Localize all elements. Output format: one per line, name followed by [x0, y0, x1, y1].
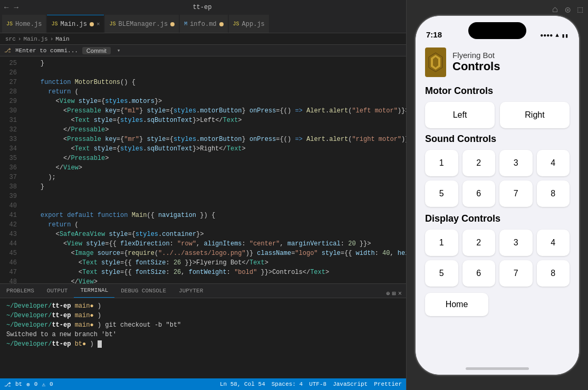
git-branch-icon: ⎇	[4, 381, 11, 388]
terminal-line: Switched to a new branch 'bt'	[6, 330, 400, 339]
app-header: Flyering Bot Controls	[425, 47, 570, 77]
git-bar: ⎇ ⌘Enter to commi... Commit ▾	[0, 45, 406, 56]
forward-icon[interactable]: →	[14, 3, 18, 12]
home-indicator	[416, 363, 579, 375]
terminal-line: ~/Developer/tt-ep main● )	[6, 301, 400, 311]
code-line: </View>	[21, 277, 406, 283]
app-subtitle: Flyering Bot	[452, 51, 500, 60]
commit-input[interactable]: ⌘Enter to commi...	[15, 47, 78, 54]
close-panel-icon[interactable]: ×	[398, 290, 402, 298]
editor-panel: ← → tt-ep JS Home.js JS Main.js × JS BLE…	[0, 0, 406, 390]
display-btn-4[interactable]: 4	[537, 230, 570, 256]
display-btn-8[interactable]: 8	[537, 260, 570, 287]
code-line: return (	[21, 87, 406, 97]
display-btn-7[interactable]: 7	[499, 260, 533, 287]
display-btn-3[interactable]: 3	[499, 230, 533, 256]
phone-home-icon[interactable]: ⌂	[552, 4, 558, 15]
sound-btn-6[interactable]: 6	[462, 180, 496, 207]
sound-btn-5[interactable]: 5	[425, 180, 458, 207]
code-line: <Text style={styles.sqButtonText}>Right<…	[21, 144, 406, 154]
motor-button-row: Left Right	[425, 102, 570, 128]
commit-button[interactable]: Commit	[82, 47, 111, 54]
breadcrumb: src › Main.js › Main	[0, 33, 406, 45]
error-count: 0	[34, 381, 38, 387]
back-icon[interactable]: ←	[4, 3, 8, 12]
status-right: Ln 58, Col 54 Spaces: 4 UTF-8 JavaScript…	[220, 381, 402, 387]
repo-title: tt-ep	[192, 4, 211, 11]
code-content[interactable]: } function MotorButtons() { return ( <Vi…	[21, 56, 406, 283]
code-line: <Text style={{ fontSize: 26 }}>Flyering …	[21, 258, 406, 268]
tab-debug-console[interactable]: DEBUG CONSOLE	[114, 283, 172, 298]
phone-panel: ⌂ ◎ ⬚ 7:18 ●●●● ▲ ▮▮	[406, 0, 588, 390]
tab-terminal[interactable]: TERMINAL	[74, 283, 114, 298]
code-line: return (	[21, 220, 406, 230]
phone-rotate-icon[interactable]: ⬚	[577, 4, 583, 15]
tab-output[interactable]: OUTPUT	[41, 283, 74, 298]
sound-btn-3[interactable]: 3	[499, 150, 533, 176]
line-col: Ln 58, Col 54	[220, 381, 265, 387]
code-line: }	[21, 59, 406, 68]
iphone-app-content[interactable]: Flyering Bot Controls Motor Controls Lef…	[416, 42, 579, 363]
sound-btn-7[interactable]: 7	[499, 180, 533, 207]
code-line: <Text style={{ fontSize: 26, fontWeight:…	[21, 268, 406, 277]
display-btn-2[interactable]: 2	[462, 230, 496, 256]
code-line	[21, 68, 406, 78]
editor-main: 25 26 27 28 29 30 31 32 33 34 35 36 37 3…	[0, 56, 406, 378]
code-line: <SafeAreaView style={styles.container}>	[21, 230, 406, 239]
code-line: </View>	[21, 163, 406, 173]
tab-home[interactable]: JS Home.js	[2, 15, 46, 33]
prettier[interactable]: Prettier	[374, 381, 402, 387]
error-icon: ⊗	[26, 381, 30, 388]
new-terminal-icon[interactable]: ⊕	[386, 290, 390, 298]
display-btn-6[interactable]: 6	[462, 260, 496, 287]
tab-ble[interactable]: JS BLEManager.js	[105, 15, 179, 33]
tab-main[interactable]: JS Main.js ×	[47, 15, 104, 33]
code-scroll-area[interactable]: 25 26 27 28 29 30 31 32 33 34 35 36 37 3…	[0, 56, 406, 283]
sound-btn-8[interactable]: 8	[537, 180, 570, 207]
tab-close-main[interactable]: ×	[97, 21, 100, 27]
terminal-content: ~/Developer/tt-ep main● ) ~/Developer/tt…	[0, 298, 406, 378]
signal-icon: ●●●●	[540, 33, 553, 39]
iphone-status-icons: ●●●● ▲ ▮▮	[540, 32, 568, 39]
tab-app[interactable]: JS App.js	[229, 15, 269, 33]
svg-marker-2	[433, 57, 438, 68]
code-line: </Pressable>	[21, 154, 406, 163]
code-line: );	[21, 173, 406, 182]
language[interactable]: JavaScript	[333, 381, 368, 387]
modified-indicator-ble	[170, 22, 175, 26]
tab-bar: JS Home.js JS Main.js × JS BLEManager.js…	[0, 15, 406, 33]
top-nav: ← → tt-ep	[0, 0, 406, 15]
display-btn-1[interactable]: 1	[425, 230, 458, 256]
tab-jupyter[interactable]: JUPYTER	[172, 283, 209, 298]
bottom-panel: PROBLEMS OUTPUT TERMINAL DEBUG CONSOLE J…	[0, 283, 406, 378]
home-indicator-bar	[466, 367, 529, 370]
code-line: <Text style={styles.sqButtonText}>Left</…	[21, 116, 406, 125]
display-btn-5[interactable]: 5	[425, 260, 458, 287]
dynamic-island	[468, 22, 526, 39]
nav-arrows[interactable]: ← →	[4, 3, 18, 12]
left-motor-button[interactable]: Left	[425, 102, 495, 128]
battery-icon: ▮▮	[562, 32, 568, 39]
split-terminal-icon[interactable]: ⊞	[392, 290, 396, 298]
right-motor-button[interactable]: Right	[500, 102, 570, 128]
tab-info[interactable]: M info.md	[180, 15, 227, 33]
code-line: export default function Main({ navigatio…	[21, 211, 406, 220]
code-line: function MotorButtons() {	[21, 78, 406, 87]
code-line: <Pressable key={"mr"} style={styles.moto…	[21, 135, 406, 144]
tab-problems[interactable]: PROBLEMS	[0, 283, 41, 298]
modified-indicator-info	[219, 22, 224, 26]
app-logo	[425, 47, 446, 77]
code-line	[21, 201, 406, 211]
git-branch-name[interactable]: bt	[15, 381, 22, 387]
sound-btn-1[interactable]: 1	[425, 150, 458, 176]
panel-tabs: PROBLEMS OUTPUT TERMINAL DEBUG CONSOLE J…	[0, 284, 406, 298]
app-title-block: Flyering Bot Controls	[452, 51, 500, 73]
warning-count: 0	[50, 381, 53, 387]
status-left: ⎇ bt ⊗ 0 ⚠ 0	[4, 381, 53, 388]
sound-btn-2[interactable]: 2	[462, 150, 496, 176]
sound-btn-4[interactable]: 4	[537, 150, 570, 176]
code-line: }	[21, 182, 406, 192]
phone-camera-icon[interactable]: ◎	[565, 4, 571, 15]
code-line	[21, 192, 406, 201]
home-nav-button[interactable]: Home	[425, 293, 488, 316]
